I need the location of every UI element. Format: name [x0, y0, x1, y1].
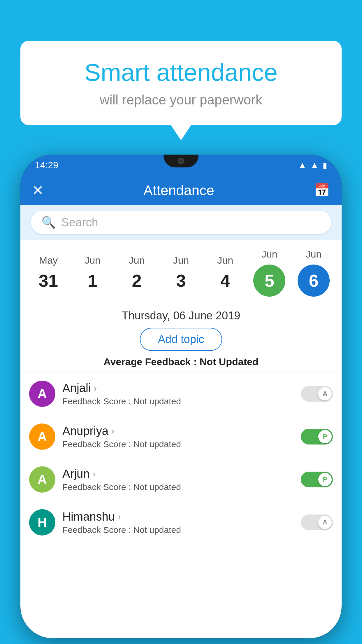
add-topic-button[interactable]: Add topic	[140, 328, 222, 351]
attendance-toggle-himanshu[interactable]: A	[301, 514, 333, 530]
calendar-day-may31[interactable]: May 31	[31, 255, 66, 291]
toggle-letter-anjali: A	[318, 387, 332, 400]
phone-frame: 14:29 ▲ ▲ ▮ ✕ Attendance 📅 🔍 Search May …	[20, 155, 342, 638]
day-month-2: Jun	[129, 255, 145, 266]
day-num-5: 5	[265, 271, 274, 291]
date-info-section: Thursday, 06 June 2019 Add topic Average…	[20, 302, 342, 372]
student-feedback-anupriya: Feedback Score : Not updated	[62, 439, 294, 449]
student-list: A Anjali › Feedback Score : Not updated …	[20, 372, 342, 544]
student-name-anupriya: Anupriya ›	[62, 424, 294, 438]
avatar-arjun: A	[29, 466, 55, 493]
search-icon: 🔍	[41, 216, 56, 229]
day-month-1: Jun	[85, 255, 101, 266]
speech-bubble-subtitle: will replace your paperwork	[44, 92, 318, 108]
avatar-himanshu: H	[29, 509, 55, 536]
chevron-right-icon: ›	[111, 426, 115, 436]
student-item-himanshu[interactable]: H Himanshu › Feedback Score : Not update…	[29, 501, 333, 544]
avg-feedback: Average Feedback : Not Updated	[26, 356, 336, 368]
chevron-right-icon: ›	[94, 383, 97, 393]
calendar-day-jun3[interactable]: Jun 3	[164, 255, 198, 291]
notch	[164, 155, 198, 167]
toggle-letter-arjun: P	[318, 473, 332, 486]
camera	[178, 158, 184, 164]
chevron-right-icon: ›	[92, 468, 96, 479]
attendance-toggle-arjun[interactable]: P	[301, 472, 333, 487]
day-num-1: 1	[88, 271, 97, 291]
student-feedback-anjali: Feedback Score : Not updated	[62, 396, 294, 406]
student-info-anjali: Anjali › Feedback Score : Not updated	[62, 382, 294, 406]
student-info-arjun: Arjun › Feedback Score : Not updated	[62, 467, 294, 492]
student-item-anjali[interactable]: A Anjali › Feedback Score : Not updated …	[29, 372, 333, 415]
calendar-strip: May 31 Jun 1 Jun 2 Jun 3 Jun 4	[20, 240, 342, 302]
toggle-letter-himanshu: A	[318, 516, 332, 529]
selected-date: Thursday, 06 June 2019	[26, 309, 336, 322]
student-item-anupriya[interactable]: A Anupriya › Feedback Score : Not update…	[29, 415, 333, 458]
student-name-anjali: Anjali ›	[62, 382, 294, 395]
avatar-anupriya: A	[29, 424, 55, 450]
student-info-himanshu: Himanshu › Feedback Score : Not updated	[62, 510, 294, 535]
day-num-4: 4	[220, 271, 230, 291]
calendar-day-jun6[interactable]: Jun 6	[296, 249, 331, 297]
status-time: 14:29	[35, 160, 58, 171]
student-info-anupriya: Anupriya › Feedback Score : Not updated	[62, 424, 294, 449]
day-month-3: Jun	[173, 255, 189, 266]
battery-icon: ▮	[323, 160, 327, 170]
calendar-day-jun1[interactable]: Jun 1	[75, 255, 110, 291]
phone-screen: 🔍 Search May 31 Jun 1 Jun 2 Jun	[20, 205, 342, 638]
student-item-arjun[interactable]: A Arjun › Feedback Score : Not updated P	[29, 458, 333, 501]
speech-bubble: Smart attendance will replace your paper…	[20, 41, 342, 125]
toggle-letter-anupriya: P	[318, 430, 332, 443]
attendance-toggle-anjali[interactable]: A	[301, 386, 333, 402]
day-circle-green: 5	[253, 265, 285, 297]
day-month-0: May	[39, 255, 58, 266]
speech-bubble-title: Smart attendance	[44, 58, 318, 87]
attendance-toggle-anupriya[interactable]: P	[301, 429, 333, 444]
avg-feedback-label: Average Feedback :	[103, 356, 199, 367]
app-bar: ✕ Attendance 📅	[20, 176, 342, 205]
student-name-arjun: Arjun ›	[62, 467, 294, 480]
student-feedback-arjun: Feedback Score : Not updated	[62, 482, 294, 492]
chevron-right-icon: ›	[118, 511, 121, 522]
calendar-day-jun4[interactable]: Jun 4	[208, 255, 243, 291]
search-placeholder: Search	[61, 216, 98, 229]
day-circle-blue: 6	[298, 265, 330, 297]
signal-icon: ▲	[310, 160, 319, 170]
close-button[interactable]: ✕	[32, 182, 44, 198]
calendar-icon[interactable]: 📅	[314, 183, 330, 198]
status-icons: ▲ ▲ ▮	[298, 160, 327, 170]
calendar-day-jun5[interactable]: Jun 5	[252, 249, 287, 297]
app-title: Attendance	[143, 182, 214, 198]
day-month-6: Jun	[306, 249, 322, 260]
avatar-anjali: A	[29, 381, 55, 407]
speech-bubble-container: Smart attendance will replace your paper…	[20, 41, 342, 125]
day-num-2: 2	[132, 271, 142, 291]
student-feedback-himanshu: Feedback Score : Not updated	[62, 525, 294, 535]
day-num-3: 3	[176, 271, 186, 291]
search-bar-container: 🔍 Search	[20, 205, 342, 240]
avg-feedback-value: Not Updated	[200, 356, 259, 367]
search-bar[interactable]: 🔍 Search	[31, 211, 331, 234]
day-num-6: 6	[309, 271, 318, 291]
day-num-0: 31	[38, 271, 58, 291]
calendar-day-jun2[interactable]: Jun 2	[119, 255, 154, 291]
day-month-4: Jun	[217, 255, 233, 266]
student-name-himanshu: Himanshu ›	[62, 510, 294, 523]
wifi-icon: ▲	[298, 160, 307, 170]
day-month-5: Jun	[261, 249, 277, 260]
